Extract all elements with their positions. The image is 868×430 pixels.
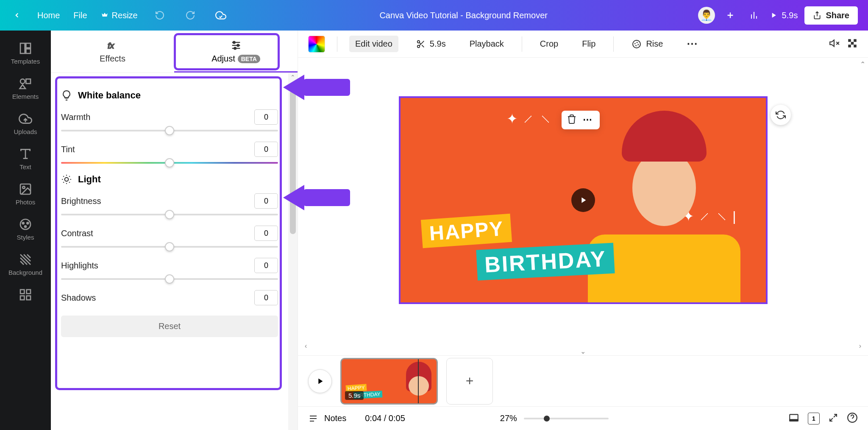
edit-video-button[interactable]: Edit video	[349, 36, 398, 52]
regenerate-button[interactable]	[771, 105, 791, 125]
canvas-stage[interactable]: ✦ ⟋ ⟍ ✦ ⟋ ⟍ | HAPPY BIRTHDAY ⋯ ⌃	[298, 58, 868, 342]
help-button[interactable]	[847, 412, 858, 425]
duration-button[interactable]: 5.9s	[410, 36, 452, 52]
svg-point-24	[417, 45, 420, 47]
fullscreen-button[interactable]	[828, 413, 838, 424]
adjust-panel: fx Effects AdjustBETA White balance Warm…	[51, 31, 298, 430]
svg-rect-11	[20, 290, 24, 293]
animate-icon	[632, 39, 642, 49]
back-button[interactable]	[10, 8, 24, 22]
svg-point-8	[22, 222, 24, 224]
svg-point-20	[237, 45, 239, 47]
resize-menu[interactable]: Resize	[101, 11, 138, 20]
element-more-button[interactable]: ⋯	[580, 114, 595, 126]
svg-point-6	[22, 186, 25, 188]
color-picker-button[interactable]	[308, 36, 325, 53]
slider-shadows[interactable]: Shadows0	[61, 290, 278, 305]
crown-icon	[101, 11, 108, 19]
timeline-clip[interactable]: HAPPY BIRTHDAY 5.9s	[340, 358, 438, 405]
redo-button[interactable]	[182, 7, 199, 24]
transparency-icon	[847, 38, 858, 49]
home-menu[interactable]: Home	[37, 11, 60, 20]
sidebar-item-uploads[interactable]: Uploads	[0, 106, 51, 141]
flip-button[interactable]: Flip	[576, 36, 601, 52]
insights-button[interactable]	[746, 7, 762, 24]
timeline-play-button[interactable]	[308, 369, 332, 393]
grid-view-button[interactable]	[788, 412, 799, 425]
undo-button[interactable]	[151, 7, 168, 24]
svg-rect-33	[790, 419, 798, 421]
transparency-button[interactable]	[847, 38, 858, 50]
clip-duration-badge: 5.9s	[345, 391, 364, 400]
svg-rect-31	[854, 45, 857, 47]
slider-highlights[interactable]: Highlights0	[61, 258, 278, 280]
refresh-icon	[776, 110, 786, 120]
zoom-level: 27%	[500, 413, 517, 423]
panel-scrollbar[interactable]: ⌃	[288, 73, 298, 430]
svg-rect-14	[27, 296, 31, 300]
contrast-value[interactable]: 0	[254, 226, 278, 241]
playback-button[interactable]: Playback	[464, 36, 510, 52]
sidebar-item-elements[interactable]: Elements	[0, 71, 51, 106]
footer-bar: Notes 0:04 / 0:05 27% 1	[298, 406, 868, 430]
collapse-timeline-button[interactable]: ⌄	[298, 347, 868, 355]
svg-point-26	[635, 42, 638, 46]
slider-contrast[interactable]: Contrast0	[61, 226, 278, 248]
timeline: HAPPY BIRTHDAY 5.9s +	[298, 355, 868, 406]
more-options-button[interactable]: ⋯	[681, 34, 704, 54]
sidebar-item-more[interactable]	[0, 282, 51, 307]
svg-rect-13	[20, 296, 24, 300]
brightness-value[interactable]: 0	[254, 193, 278, 209]
svg-point-25	[633, 40, 640, 48]
preview-play-button[interactable]: 5.9s	[769, 11, 798, 20]
svg-point-9	[27, 222, 28, 224]
add-member-button[interactable]	[722, 7, 739, 24]
zoom-slider[interactable]	[524, 418, 609, 419]
sidebar-item-text[interactable]: Text	[0, 141, 51, 176]
animate-button[interactable]: Rise	[626, 36, 669, 53]
sidebar-item-photos[interactable]: Photos	[0, 176, 51, 212]
svg-rect-4	[26, 79, 31, 84]
avatar[interactable]: 👨‍💼	[698, 7, 715, 24]
tab-adjust[interactable]: AdjustBETA	[174, 31, 298, 73]
share-button[interactable]: Share	[804, 6, 858, 25]
sidebar-item-styles[interactable]: Styles	[0, 212, 51, 247]
svg-rect-30	[848, 45, 851, 47]
add-clip-button[interactable]: +	[446, 358, 493, 405]
element-toolbar: ⋯	[562, 111, 600, 129]
svg-rect-28	[854, 39, 857, 42]
document-title[interactable]: Canva Video Tutorial - Background Remove…	[379, 11, 548, 20]
cloud-sync-icon[interactable]	[212, 7, 229, 24]
play-icon	[315, 377, 325, 386]
video-frame[interactable]: ✦ ⟋ ⟍ ✦ ⟋ ⟍ | HAPPY BIRTHDAY ⋯	[399, 96, 768, 304]
slider-brightness[interactable]: Brightness0	[61, 193, 278, 215]
slider-warmth[interactable]: Warmth0	[61, 109, 278, 131]
canvas-scroll-up[interactable]: ⌃	[860, 60, 865, 68]
file-menu[interactable]: File	[73, 11, 87, 20]
notes-icon	[308, 413, 318, 424]
context-toolbar: Edit video 5.9s Playback Crop Flip Rise …	[298, 31, 868, 58]
slider-tint[interactable]: Tint0	[61, 142, 278, 164]
crop-button[interactable]: Crop	[534, 36, 564, 52]
canvas-text-happy[interactable]: HAPPY	[420, 213, 512, 248]
svg-point-3	[20, 79, 25, 84]
shadows-value[interactable]: 0	[254, 290, 278, 305]
play-overlay-button[interactable]	[571, 188, 595, 212]
mute-button[interactable]	[829, 38, 840, 50]
page-indicator[interactable]: 1	[808, 413, 820, 424]
delete-button[interactable]	[567, 114, 577, 126]
bulb-icon	[61, 90, 72, 101]
tab-effects[interactable]: fx Effects	[51, 31, 174, 73]
scissors-icon	[416, 39, 426, 49]
reset-button[interactable]: Reset	[61, 316, 278, 337]
tint-value[interactable]: 0	[254, 142, 278, 157]
notes-button[interactable]: Notes	[324, 413, 346, 423]
sidebar-item-background[interactable]: Background	[0, 247, 51, 282]
warmth-value[interactable]: 0	[254, 109, 278, 125]
section-white-balance: White balance	[61, 90, 278, 101]
svg-point-10	[25, 226, 26, 227]
top-bar: Home File Resize Canva Video Tutorial - …	[0, 0, 868, 31]
highlights-value[interactable]: 0	[254, 258, 278, 273]
mute-icon	[829, 38, 840, 49]
sidebar-item-templates[interactable]: Templates	[0, 36, 51, 71]
